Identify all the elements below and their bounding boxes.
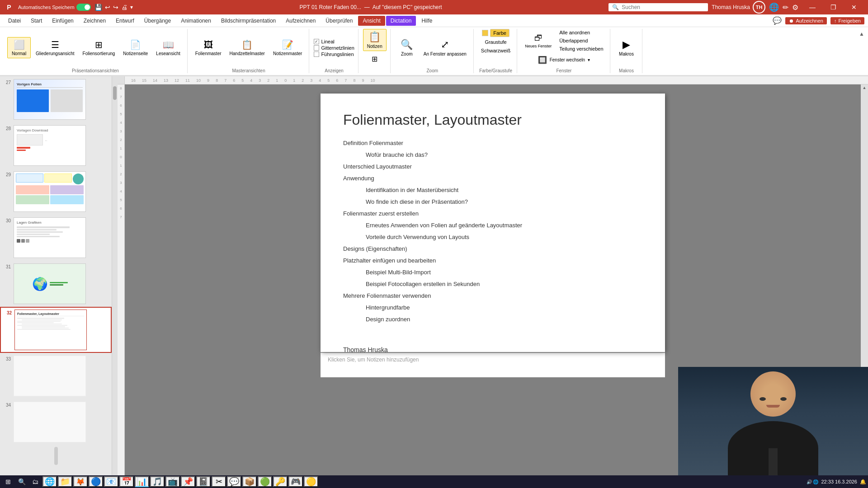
notification-icon[interactable]: 🔔 [860, 479, 866, 485]
menu-zeichnen[interactable]: Zeichnen [79, 16, 110, 26]
graustufe-button[interactable]: Graustufe [482, 38, 509, 46]
chrome-taskbar[interactable]: 🔵 [89, 476, 103, 487]
more-icon[interactable]: ▾ [130, 4, 133, 10]
view-notizen-button[interactable]: 📄 Notizenseite [120, 37, 151, 58]
zoom-button[interactable]: 🔍 Zoom [395, 37, 419, 59]
search-input[interactable] [622, 4, 704, 10]
fuehrung-check[interactable]: Führungslinien [314, 52, 354, 57]
menu-uebergaenge[interactable]: Übergänge [140, 16, 175, 26]
folienmaster-button[interactable]: 🖼 Folienmaster [192, 38, 225, 58]
slide-item-28[interactable]: 28 Vorlagen Download ... [0, 122, 112, 169]
start-button[interactable]: ⊞ [2, 476, 14, 487]
search-box[interactable]: 🔍 [609, 3, 708, 11]
alle-anordnen-button[interactable]: Alle anordnen [557, 29, 606, 36]
menu-start[interactable]: Start [26, 16, 47, 26]
lineal-check[interactable]: Lineal [314, 39, 354, 44]
menu-bildschirm[interactable]: Bildschirmpräsentation [217, 16, 280, 26]
view-folien-button[interactable]: ⊞ Foliensortierung [80, 37, 118, 58]
menu-ueberprufen[interactable]: Überprüfen [321, 16, 357, 26]
farbe-button[interactable]: Farbe [490, 29, 509, 37]
view-normal-button[interactable]: ⬜ Normal [7, 37, 31, 58]
app2-taskbar[interactable]: 🔑 [273, 476, 288, 487]
menu-ansicht[interactable]: Ansicht [358, 16, 385, 26]
makros-button[interactable]: ▶ Makros [615, 37, 638, 59]
fuehrung-checkbox[interactable] [314, 52, 319, 57]
an-fenster-label: An Fenster anpassen [424, 52, 467, 56]
sticky-taskbar[interactable]: 📌 [181, 476, 195, 487]
pen-icon[interactable]: ✏ [783, 3, 788, 12]
firefox-taskbar[interactable]: 🦊 [73, 476, 88, 487]
app1-taskbar[interactable]: 🟢 [258, 476, 272, 487]
excel-taskbar[interactable]: 🟡 [304, 476, 318, 487]
schwarzweiss-button[interactable]: Schwarzweiß [478, 47, 513, 54]
menu-animationen[interactable]: Animationen [176, 16, 216, 26]
fenster-wechseln-button[interactable]: 🔲 Fenster wechseln ▾ [522, 53, 606, 66]
view-lesen-button[interactable]: 📖 Leseansicht [153, 37, 183, 58]
slide-thumb-34 [14, 402, 86, 442]
menu-dictation[interactable]: Dictation [386, 16, 416, 26]
menu-datei[interactable]: Datei [4, 16, 25, 26]
slide-panel-scrollbar[interactable] [112, 76, 118, 481]
app3-taskbar[interactable]: 🎮 [288, 476, 303, 487]
slide-item-33[interactable]: 33 [0, 353, 112, 399]
minimize-button[interactable]: — [802, 0, 823, 14]
taskbar-search[interactable]: 🔍 [15, 476, 28, 487]
praesentation-label: Präsentationsansichten [72, 66, 119, 73]
slide-canvas[interactable]: Folienmaster, Layoutmaster Definition Fo… [321, 94, 665, 352]
calendar-taskbar[interactable]: 📅 [119, 476, 134, 487]
snip-taskbar[interactable]: ✂ [212, 476, 226, 487]
collapse-icon[interactable]: ▲ [859, 31, 864, 37]
menu-entwurf[interactable]: Entwurf [111, 16, 139, 26]
task-view-button[interactable]: 🗂 [29, 476, 42, 487]
gitternetz-check[interactable]: Gitternetzlinien [314, 45, 354, 51]
notizenmaster-button[interactable]: 📝 Notizenmaster [270, 37, 305, 58]
menu-hilfe[interactable]: Hilfe [417, 16, 437, 26]
expand-icon[interactable]: ⊞ [372, 55, 377, 63]
teilung-button[interactable]: Teilung verschieben [557, 45, 606, 52]
slide-item-34[interactable]: 34 [0, 399, 112, 445]
undo-icon[interactable]: ↩ [105, 4, 110, 11]
handzettelmaster-button[interactable]: 📋 Handzettelmaster [226, 37, 268, 58]
settings-icon[interactable]: ⚙ [792, 3, 798, 12]
ueberlappend-button[interactable]: Überlappend [557, 37, 606, 44]
outlook-taskbar[interactable]: 📧 [104, 476, 118, 487]
ribbon-collapse[interactable]: ▲ [859, 29, 864, 73]
onenote-taskbar[interactable]: 📓 [196, 476, 211, 487]
slide-item-31[interactable]: 31 🌍 [0, 261, 112, 307]
autosave-toggle[interactable] [76, 4, 91, 11]
video-taskbar[interactable]: 📺 [165, 476, 180, 487]
scroll-up-arrow[interactable]: ▲ [863, 85, 867, 90]
neues-fenster-button[interactable]: 🗗 Neues Fenster [522, 29, 555, 52]
menu-einfuegen[interactable]: Einfügen [47, 16, 78, 26]
explorer-taskbar[interactable]: 📁 [58, 476, 72, 487]
an-fenster-button[interactable]: ⤢ An Fenster anpassen [420, 37, 470, 59]
slide-item-27[interactable]: 27 Vorigen Folien [0, 76, 112, 122]
media-taskbar[interactable]: 🎵 [150, 476, 165, 487]
comment-button[interactable]: 💬 [773, 16, 782, 25]
scrollbar-thumb[interactable] [113, 86, 117, 100]
aufzeichnen-button[interactable]: ⏺ Aufzeichnen [785, 17, 827, 24]
redo-icon[interactable]: ↪ [113, 4, 118, 11]
gitternetz-checkbox[interactable] [314, 45, 319, 51]
slide-item-29[interactable]: 29 [0, 169, 112, 215]
save-icon[interactable]: 💾 [94, 4, 102, 11]
winrar-taskbar[interactable]: 📦 [242, 476, 257, 487]
print-icon[interactable]: 🖨 [121, 4, 127, 11]
edge-taskbar[interactable]: 🌐 [42, 476, 57, 487]
globe-icon[interactable]: 🌐 [769, 2, 779, 12]
teams-taskbar[interactable]: 💬 [227, 476, 241, 487]
lineal-checkbox[interactable] [314, 39, 319, 44]
window-controls: — ❐ ✕ [802, 0, 864, 14]
user-avatar[interactable]: TH [753, 1, 765, 14]
maximize-button[interactable]: ❐ [823, 0, 844, 14]
freigeben-button[interactable]: ↑ Freigeben [830, 17, 864, 24]
view-gliederung-button[interactable]: ☰ Gliederungsansicht [33, 37, 78, 58]
slide-item-32[interactable]: 32 Folienmaster, Layoutmaster [0, 307, 112, 353]
menu-aufzeichnen[interactable]: Aufzeichnen [281, 16, 320, 26]
clock[interactable]: 22:33 16.3.2026 [821, 479, 857, 484]
scroll-indicator[interactable] [54, 447, 58, 465]
powerpoint-taskbar[interactable]: 📊 [135, 476, 149, 487]
close-button[interactable]: ✕ [844, 0, 864, 14]
notizen-button[interactable]: 📋 Notizen [363, 29, 387, 51]
slide-item-30[interactable]: 30 Lagen Grafiken [0, 215, 112, 261]
